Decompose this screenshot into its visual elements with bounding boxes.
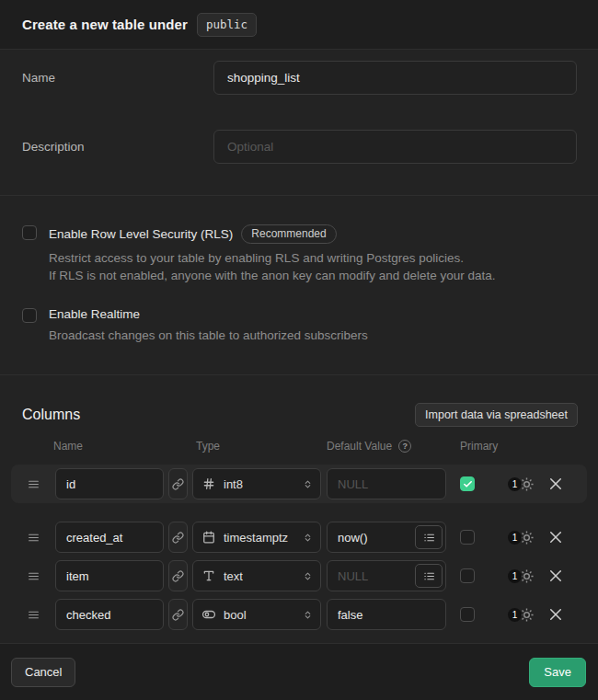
drag-lines-icon	[27, 609, 40, 621]
columns-title: Columns	[22, 407, 80, 423]
close-icon	[547, 606, 564, 623]
column-header-name: Name	[53, 440, 196, 453]
column-header-primary: Primary	[460, 440, 498, 453]
import-spreadsheet-button[interactable]: Import data via spreadsheet	[415, 403, 578, 427]
chevron-updown-icon	[303, 569, 313, 583]
rls-toggle-body: Enable Row Level Security (RLS) Recommen…	[49, 225, 496, 284]
realtime-checkbox[interactable]	[22, 308, 37, 323]
column-header-default: Default Value ?	[327, 440, 460, 453]
column-type-select[interactable]: text	[192, 560, 321, 591]
foreign-key-button[interactable]	[168, 468, 188, 499]
drag-handle-icon[interactable]	[11, 478, 55, 490]
chevron-updown-icon	[303, 608, 313, 622]
cancel-button[interactable]: Cancel	[11, 658, 75, 687]
name-field-row: Name	[22, 61, 577, 95]
help-icon[interactable]: ?	[398, 440, 411, 453]
link-icon	[172, 478, 184, 490]
default-value-cell	[327, 468, 446, 499]
column-settings-button[interactable]: 1	[508, 476, 535, 492]
column-type-select[interactable]: int8	[192, 468, 321, 499]
column-row: bool 1	[11, 595, 587, 634]
foreign-key-button[interactable]	[168, 599, 188, 630]
remove-column-button[interactable]	[547, 606, 564, 623]
column-type-select[interactable]: timestamptz	[192, 522, 321, 553]
column-name-input[interactable]	[55, 468, 164, 499]
default-value-input[interactable]	[327, 468, 446, 499]
check-icon	[463, 479, 473, 489]
column-settings-button[interactable]: 1	[508, 607, 535, 623]
realtime-title-row: Enable Realtime	[49, 307, 368, 321]
column-header-default-label: Default Value	[327, 440, 392, 453]
default-suggestions-button[interactable]	[415, 564, 443, 588]
drag-handle-icon[interactable]	[11, 532, 55, 544]
column-name-input[interactable]	[55, 560, 164, 591]
realtime-label: Enable Realtime	[49, 307, 140, 321]
dialog-header: Create a new table under public	[0, 0, 598, 50]
table-description-input[interactable]	[213, 130, 577, 164]
settings-count-badge: 1	[508, 569, 522, 583]
column-name-input[interactable]	[55, 522, 164, 553]
primary-key-checkbox[interactable]	[460, 607, 475, 622]
foreign-key-button[interactable]	[168, 522, 188, 553]
list-icon	[423, 570, 435, 582]
close-icon	[547, 568, 564, 584]
rls-description-line-2: If RLS is not enabled, anyone with the a…	[49, 267, 496, 284]
realtime-toggle-block: Enable Realtime Broadcast changes on thi…	[22, 308, 576, 344]
primary-key-checkbox[interactable]	[460, 476, 475, 491]
chevron-updown-icon	[303, 531, 313, 545]
link-icon	[172, 532, 184, 544]
settings-count-badge: 1	[508, 531, 522, 545]
settings-count-badge: 1	[508, 477, 522, 491]
column-settings-button[interactable]: 1	[508, 568, 535, 584]
list-icon	[423, 532, 435, 544]
default-value-cell	[327, 599, 446, 630]
rls-description-line-1: Restrict access to your table by enablin…	[49, 249, 496, 267]
recommended-badge: Recommended	[241, 224, 336, 244]
drag-lines-icon	[27, 570, 40, 582]
drag-handle-icon[interactable]	[11, 609, 55, 621]
primary-key-checkbox[interactable]	[460, 568, 475, 583]
description-label: Description	[22, 140, 213, 154]
text-icon	[202, 569, 215, 582]
rls-checkbox[interactable]	[22, 225, 37, 240]
realtime-toggle-body: Enable Realtime Broadcast changes on thi…	[49, 308, 368, 344]
columns-grid-header: Name Type Default Value ? Primary	[0, 440, 598, 453]
drag-handle-icon[interactable]	[11, 570, 55, 582]
close-icon	[547, 476, 564, 492]
create-table-dialog: Create a new table under public Name Des…	[0, 0, 598, 700]
column-rows: int8 1 timestamptz 1	[0, 465, 598, 634]
toggles-section: Enable Row Level Security (RLS) Recommen…	[0, 196, 598, 375]
default-suggestions-button[interactable]	[415, 525, 443, 549]
rls-label: Enable Row Level Security (RLS)	[49, 227, 233, 241]
close-icon	[547, 529, 564, 545]
rls-toggle-block: Enable Row Level Security (RLS) Recommen…	[22, 225, 576, 284]
foreign-key-button[interactable]	[168, 560, 188, 591]
schema-badge: public	[197, 13, 257, 37]
column-type-label: bool	[224, 608, 247, 622]
remove-column-button[interactable]	[547, 476, 564, 492]
primary-key-checkbox[interactable]	[460, 530, 475, 545]
column-type-label: text	[224, 569, 243, 583]
remove-column-button[interactable]	[547, 529, 564, 545]
default-value-input[interactable]	[327, 599, 446, 630]
column-type-label: timestamptz	[224, 531, 288, 545]
toggle-icon	[202, 608, 215, 621]
settings-count-badge: 1	[508, 608, 522, 622]
table-name-input[interactable]	[213, 61, 577, 95]
description-field-row: Description	[22, 130, 577, 164]
column-settings-button[interactable]: 1	[508, 530, 535, 545]
remove-column-button[interactable]	[547, 568, 564, 584]
column-row: text 1	[11, 557, 587, 595]
drag-lines-icon	[27, 478, 40, 490]
realtime-description: Broadcast changes on this table to autho…	[49, 327, 368, 344]
column-header-type: Type	[196, 440, 327, 453]
column-row: timestamptz 1	[11, 518, 587, 557]
column-type-select[interactable]: bool	[192, 599, 321, 630]
columns-section: Columns Import data via spreadsheet Name…	[0, 375, 598, 643]
save-button[interactable]: Save	[529, 658, 586, 687]
chevron-updown-icon	[303, 477, 313, 491]
link-icon	[172, 609, 184, 621]
column-name-input[interactable]	[55, 599, 164, 630]
hash-icon	[202, 477, 215, 490]
rls-title-row: Enable Row Level Security (RLS) Recommen…	[49, 224, 496, 244]
